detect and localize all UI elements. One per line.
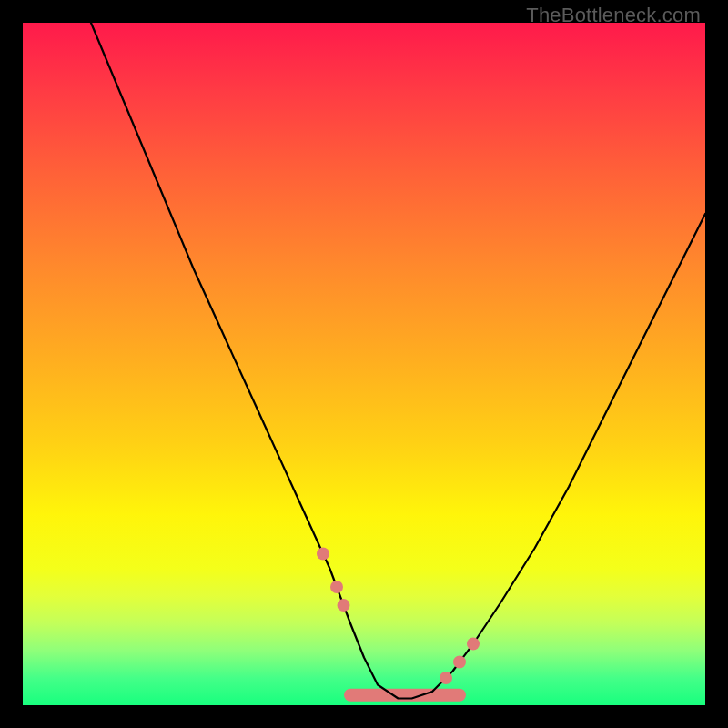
plot-area xyxy=(23,23,705,705)
highlight-point-3 xyxy=(440,672,452,684)
highlight-point-4 xyxy=(453,656,466,669)
highlight-point-5 xyxy=(467,638,480,651)
curve-path xyxy=(91,23,705,699)
highlight-point-1 xyxy=(330,581,343,593)
highlight-point-2 xyxy=(338,599,350,612)
attribution-text: TheBottleneck.com xyxy=(526,4,701,27)
highlight-points xyxy=(317,548,480,685)
highlight-point-0 xyxy=(317,548,329,561)
chart-frame: TheBottleneck.com xyxy=(0,0,728,728)
bottleneck-curve-path xyxy=(91,23,705,699)
chart-overlay xyxy=(23,23,705,705)
